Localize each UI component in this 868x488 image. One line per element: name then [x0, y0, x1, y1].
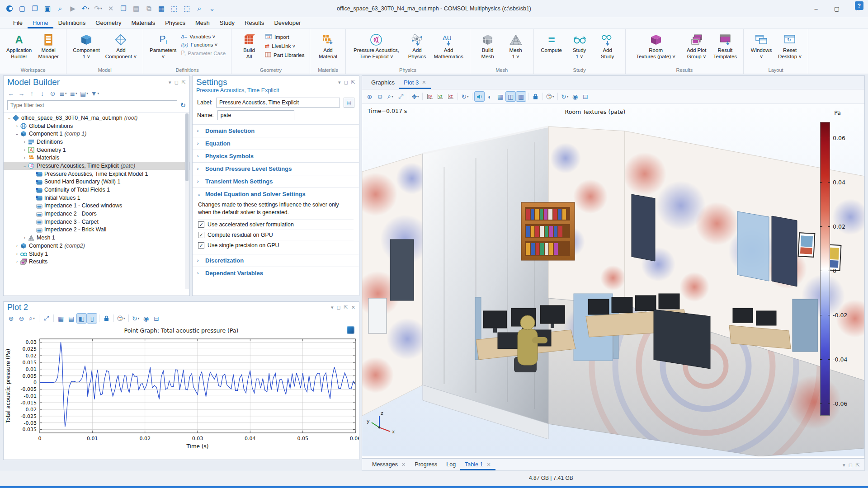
panel-window-buttons[interactable]: ▾◻⇱: [169, 80, 186, 85]
go-to-view-icon[interactable]: ✥▾: [410, 92, 420, 101]
forward-icon[interactable]: →: [17, 89, 26, 98]
menu-study[interactable]: Study: [215, 18, 240, 28]
checkbox[interactable]: ✓: [198, 232, 204, 238]
refresh-icon[interactable]: ↻: [180, 101, 186, 109]
label-input[interactable]: [216, 98, 340, 108]
close-icon[interactable]: ✕: [422, 80, 426, 85]
chevron-right-icon[interactable]: ›: [14, 244, 20, 248]
tree-item[interactable]: ›Materials: [4, 154, 189, 162]
chevron-down-icon[interactable]: ⌄: [14, 131, 20, 136]
section-header[interactable]: ⌄Model Equation and Solver Settings: [193, 188, 359, 200]
node-grouping-icon[interactable]: ▤▾: [79, 89, 89, 98]
comsol-logo-icon[interactable]: [347, 326, 354, 334]
image-snapshot-icon[interactable]: ◉: [571, 92, 580, 101]
scene-light-icon[interactable]: ◐: [485, 92, 495, 101]
close-icon[interactable]: ✕: [351, 305, 355, 310]
ribbon-button[interactable]: Study1 ˅: [566, 31, 594, 61]
ribbon-button[interactable]: AddPhysics: [403, 31, 431, 61]
app-logo-icon[interactable]: [4, 3, 15, 14]
zoom-in-icon[interactable]: ⊕: [365, 92, 374, 101]
move-down-icon[interactable]: ↓: [38, 89, 47, 98]
tree-scrollbar[interactable]: [185, 113, 189, 289]
print-icon[interactable]: ⊟: [581, 92, 590, 101]
deselect-box-icon[interactable]: ⬚: [181, 3, 193, 14]
view-xy-icon[interactable]: xy: [425, 92, 434, 101]
menu-geometry[interactable]: Geometry: [90, 18, 126, 28]
ribbon-button[interactable]: ResultTemplates: [711, 31, 740, 61]
zoom-extents-icon[interactable]: ⤢: [396, 92, 406, 101]
tree-item[interactable]: DPressure Acoustics, Time Explicit Model…: [4, 170, 189, 178]
ribbon-button[interactable]: Mesh1 ˅: [502, 31, 530, 61]
print-icon[interactable]: ⊟: [152, 314, 161, 323]
tree-item[interactable]: ›Study 1: [4, 250, 189, 258]
tree-item[interactable]: DSound Hard Boundary (Wall) 1: [4, 178, 189, 186]
paste-icon[interactable]: ▤: [130, 3, 142, 14]
ribbon-small-button[interactable]: Import: [263, 33, 306, 41]
lock-axes-icon[interactable]: [531, 92, 540, 101]
section-header[interactable]: ›Discretization: [193, 254, 359, 267]
tree-item[interactable]: Impedance 2 - Doors: [4, 210, 189, 218]
chevron-right-icon[interactable]: ›: [14, 259, 20, 264]
tab-graphics[interactable]: Graphics: [367, 77, 399, 89]
chevron-right-icon[interactable]: ›: [22, 148, 28, 152]
close-icon[interactable]: ✕: [401, 462, 406, 468]
checkbox-row[interactable]: ✓Compute residual on GPU: [198, 230, 354, 240]
axis-grid-icon[interactable]: ▦: [56, 314, 66, 323]
tree-item[interactable]: Impedance 1 - Closed windows: [4, 202, 189, 210]
menu-definitions[interactable]: Definitions: [53, 18, 91, 28]
zoom-extents-icon[interactable]: ⤢: [42, 314, 51, 323]
qat-more-icon[interactable]: ⌄: [206, 3, 218, 14]
pin-icon[interactable]: ⇱: [351, 80, 355, 85]
color-palette-icon[interactable]: ▾: [545, 92, 555, 101]
tree-item[interactable]: ⌄Pressure Acoustics, Time Explicit(pate): [4, 162, 189, 170]
delete-icon[interactable]: ▦: [156, 3, 167, 14]
ribbon-button[interactable]: AddComponent ˅: [103, 31, 139, 61]
expand-collapse-1-icon[interactable]: ≣▾: [58, 89, 68, 98]
ribbon-button[interactable]: RoomTextures (pate) ˅: [629, 31, 683, 61]
panel-menu-icon[interactable]: ▾: [338, 80, 341, 85]
view-xz-icon[interactable]: xz: [446, 92, 455, 101]
rotate-icon[interactable]: ↻▾: [460, 92, 470, 101]
tree-item[interactable]: Impedance 2 - Brick Wall: [4, 226, 189, 234]
tab-table-1[interactable]: Table 1✕: [460, 460, 495, 470]
lock-axes-icon[interactable]: [102, 314, 111, 323]
back-icon[interactable]: ←: [6, 89, 16, 98]
panel-window-buttons[interactable]: ▾◻⇱: [338, 80, 355, 85]
chevron-right-icon[interactable]: ›: [22, 235, 28, 240]
update-plot-icon[interactable]: ↻▾: [560, 92, 570, 101]
tree-item[interactable]: ⌄Component 1(comp 1): [4, 130, 189, 138]
ribbon-small-button[interactable]: f(x)Functions ˅: [179, 42, 228, 48]
section-header[interactable]: ›Transient Mesh Settings: [193, 175, 359, 188]
expand-collapse-2-icon[interactable]: ≣▾: [69, 89, 78, 98]
image-snapshot-icon[interactable]: ◉: [142, 314, 151, 323]
chevron-right-icon[interactable]: ›: [14, 124, 20, 128]
find-icon[interactable]: ⌕: [193, 3, 205, 14]
menu-materials[interactable]: Materials: [126, 18, 160, 28]
tree-item[interactable]: ›Results: [4, 258, 189, 266]
pin-icon[interactable]: ⇱: [856, 462, 860, 468]
checkbox-row[interactable]: ✓Use single precision on GPU: [198, 240, 354, 250]
tab-plot-3[interactable]: Plot 3✕: [399, 77, 430, 89]
panel-menu-icon[interactable]: ▾: [843, 462, 845, 468]
section-header[interactable]: ›Physics Symbols: [193, 150, 359, 162]
zoom-in-icon[interactable]: ⊕: [6, 314, 16, 323]
scrollbar-thumb[interactable]: [185, 113, 189, 181]
ribbon-button[interactable]: Pressure Acoustics,Time Explicit ˅: [349, 31, 403, 61]
filter-funnel-icon[interactable]: ▼▾: [90, 89, 100, 98]
ribbon-button[interactable]: AddStudy: [594, 31, 622, 61]
select-box-icon[interactable]: ⬚: [168, 3, 180, 14]
annotations-icon[interactable]: ▯: [87, 314, 97, 323]
name-input[interactable]: [217, 110, 294, 120]
section-header[interactable]: ›Sound Pressure Level Settings: [193, 163, 359, 175]
ribbon-button[interactable]: AddMaterial: [314, 31, 342, 61]
ribbon-button[interactable]: ↻ResetDesktop ˅: [775, 31, 804, 61]
grid-icon[interactable]: ▦: [495, 92, 505, 101]
help-button[interactable]: ?: [855, 1, 863, 10]
tree-item[interactable]: ⌄office_space_63_30T0_N4_ma_out.mph(root…: [4, 114, 189, 122]
minimize-button[interactable]: –: [806, 0, 826, 17]
tree-item[interactable]: ›Definitions: [4, 138, 189, 146]
pin-icon[interactable]: ⇱: [182, 80, 186, 85]
zoom-out-icon[interactable]: ⊖: [17, 314, 26, 323]
ribbon-button[interactable]: ModelManager: [34, 31, 62, 61]
graphics-canvas[interactable]: Time=0.017 s Room Textures (pate): [362, 104, 864, 456]
